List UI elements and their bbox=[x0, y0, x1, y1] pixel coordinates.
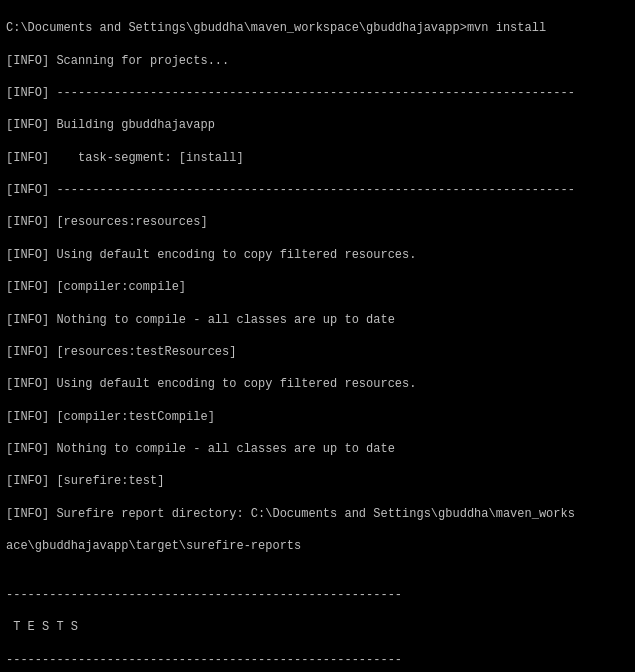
terminal-line: ace\gbuddhajavapp\target\surefire-report… bbox=[6, 538, 629, 554]
terminal-line: [INFO] task-segment: [install] bbox=[6, 150, 629, 166]
terminal-line: [INFO] ---------------------------------… bbox=[6, 85, 629, 101]
terminal-window[interactable]: C:\Documents and Settings\gbuddha\maven_… bbox=[0, 0, 635, 672]
terminal-line: [INFO] [compiler:compile] bbox=[6, 279, 629, 295]
terminal-line: [INFO] Nothing to compile - all classes … bbox=[6, 312, 629, 328]
terminal-line: [INFO] Scanning for projects... bbox=[6, 53, 629, 69]
terminal-line: [INFO] Using default encoding to copy fi… bbox=[6, 247, 629, 263]
terminal-line: [INFO] [resources:resources] bbox=[6, 214, 629, 230]
terminal-line: ----------------------------------------… bbox=[6, 587, 629, 603]
terminal-line: ----------------------------------------… bbox=[6, 652, 629, 668]
terminal-line: [INFO] Nothing to compile - all classes … bbox=[6, 441, 629, 457]
terminal-line: [INFO] Using default encoding to copy fi… bbox=[6, 376, 629, 392]
terminal-line: [INFO] [compiler:testCompile] bbox=[6, 409, 629, 425]
terminal-line: [INFO] Surefire report directory: C:\Doc… bbox=[6, 506, 629, 522]
terminal-line: T E S T S bbox=[6, 619, 629, 635]
terminal-line: [INFO] ---------------------------------… bbox=[6, 182, 629, 198]
terminal-line: [INFO] Building gbuddhajavapp bbox=[6, 117, 629, 133]
terminal-line: [INFO] [surefire:test] bbox=[6, 473, 629, 489]
terminal-line: [INFO] [resources:testResources] bbox=[6, 344, 629, 360]
terminal-line: C:\Documents and Settings\gbuddha\maven_… bbox=[6, 20, 629, 36]
